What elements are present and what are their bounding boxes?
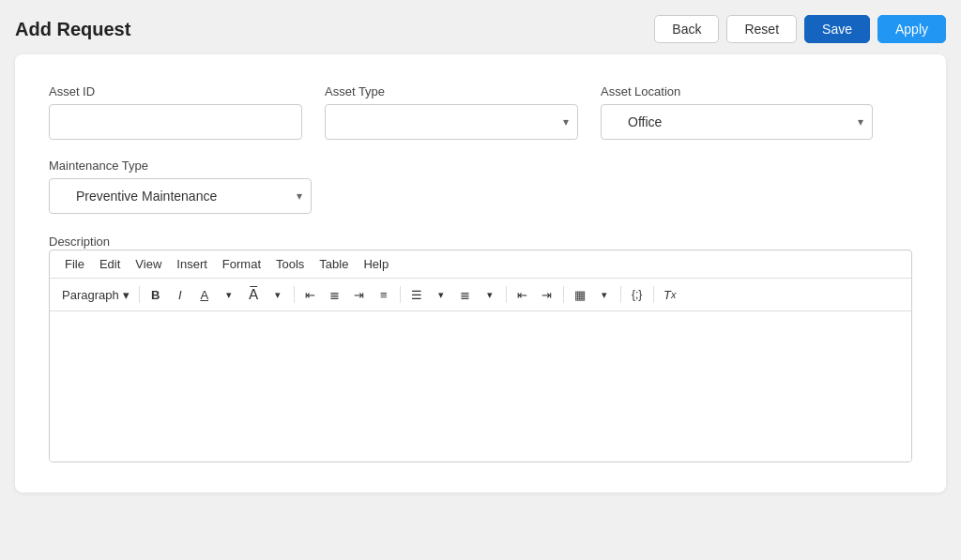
toolbar-divider-7 bbox=[653, 286, 654, 303]
asset-id-group: Asset ID bbox=[49, 84, 302, 140]
numbered-list-button[interactable]: ≣ bbox=[454, 282, 477, 307]
toolbar-divider-5 bbox=[563, 286, 564, 303]
asset-id-label: Asset ID bbox=[49, 84, 302, 98]
paragraph-label: Paragraph bbox=[62, 288, 119, 302]
outdent-button[interactable]: ⇤ bbox=[511, 282, 534, 307]
editor-container: File Edit View Insert Format Tools Table… bbox=[49, 250, 912, 462]
menu-table[interactable]: Table bbox=[312, 254, 356, 274]
asset-location-select[interactable]: Office bbox=[601, 104, 873, 140]
bullet-list-button[interactable]: ☰ bbox=[405, 282, 428, 307]
reset-button[interactable]: Reset bbox=[726, 15, 797, 43]
editor-content-area[interactable] bbox=[50, 311, 911, 462]
paragraph-style-dropdown[interactable]: Paragraph ▾ bbox=[57, 285, 134, 305]
align-center-button[interactable]: ≣ bbox=[324, 282, 346, 307]
back-button[interactable]: Back bbox=[654, 15, 719, 43]
bullet-list-chevron-icon[interactable]: ▾ bbox=[430, 282, 452, 307]
highlight-button[interactable]: A̅ bbox=[242, 282, 265, 307]
editor-toolbar: Paragraph ▾ B I A ▾ A̅ ▾ ⇤ ≣ ⇥ ≡ ☰ bbox=[50, 279, 911, 311]
table-button[interactable]: ▦ bbox=[569, 282, 591, 307]
editor-menubar: File Edit View Insert Format Tools Table… bbox=[50, 250, 911, 279]
page-title: Add Request bbox=[15, 19, 130, 40]
numbered-list-chevron-icon[interactable]: ▾ bbox=[479, 282, 501, 307]
align-left-button[interactable]: ⇤ bbox=[299, 282, 322, 307]
menu-tools[interactable]: Tools bbox=[268, 254, 312, 274]
toolbar-divider-3 bbox=[400, 286, 401, 303]
indent-button[interactable]: ⇥ bbox=[536, 282, 558, 307]
align-right-button[interactable]: ⇥ bbox=[348, 282, 371, 307]
form-row-1: Asset ID Asset Type ▾ Asset Location 🏢 O… bbox=[49, 84, 912, 140]
underline-chevron-icon[interactable]: ▾ bbox=[218, 282, 240, 307]
form-row-2: Maintenance Type 🔧 Preventive Maintenanc… bbox=[49, 159, 912, 214]
underline-button[interactable]: A bbox=[193, 282, 216, 307]
maintenance-type-label: Maintenance Type bbox=[49, 159, 312, 173]
paragraph-chevron-icon: ▾ bbox=[123, 288, 130, 302]
italic-button[interactable]: I bbox=[169, 282, 191, 307]
menu-help[interactable]: Help bbox=[356, 254, 396, 274]
save-button[interactable]: Save bbox=[804, 15, 870, 43]
header-buttons: Back Reset Save Apply bbox=[654, 15, 946, 43]
toolbar-divider-1 bbox=[139, 286, 140, 303]
form-card: Asset ID Asset Type ▾ Asset Location 🏢 O… bbox=[15, 54, 946, 492]
asset-location-select-wrapper: 🏢 Office ▾ bbox=[601, 104, 873, 140]
toolbar-divider-4 bbox=[506, 286, 507, 303]
menu-edit[interactable]: Edit bbox=[92, 254, 128, 274]
maintenance-type-select-wrapper: 🔧 Preventive Maintenance ▾ bbox=[49, 178, 312, 214]
bold-button[interactable]: B bbox=[145, 282, 167, 307]
asset-type-label: Asset Type bbox=[325, 84, 578, 98]
menu-file[interactable]: File bbox=[57, 254, 92, 274]
asset-type-group: Asset Type ▾ bbox=[325, 84, 578, 140]
clear-format-button[interactable]: Tx bbox=[659, 282, 681, 307]
maintenance-type-group: Maintenance Type 🔧 Preventive Maintenanc… bbox=[49, 159, 312, 214]
asset-type-select-wrapper: ▾ bbox=[325, 104, 578, 140]
code-button[interactable]: {;} bbox=[626, 282, 648, 307]
menu-format[interactable]: Format bbox=[215, 254, 268, 274]
maintenance-type-select[interactable]: Preventive Maintenance bbox=[49, 178, 312, 214]
toolbar-divider-2 bbox=[294, 286, 295, 303]
asset-type-select[interactable] bbox=[325, 104, 578, 140]
table-chevron-icon[interactable]: ▾ bbox=[593, 282, 616, 307]
asset-location-group: Asset Location 🏢 Office ▾ bbox=[601, 84, 873, 140]
toolbar-divider-6 bbox=[620, 286, 621, 303]
description-label: Description bbox=[49, 235, 110, 249]
menu-view[interactable]: View bbox=[128, 254, 169, 274]
justify-button[interactable]: ≡ bbox=[373, 282, 395, 307]
description-section: Description File Edit View Insert Format… bbox=[49, 233, 912, 462]
highlight-chevron-icon[interactable]: ▾ bbox=[267, 282, 289, 307]
asset-location-label: Asset Location bbox=[601, 84, 873, 98]
apply-button[interactable]: Apply bbox=[877, 15, 946, 43]
asset-id-input[interactable] bbox=[49, 104, 302, 140]
menu-insert[interactable]: Insert bbox=[169, 254, 215, 274]
